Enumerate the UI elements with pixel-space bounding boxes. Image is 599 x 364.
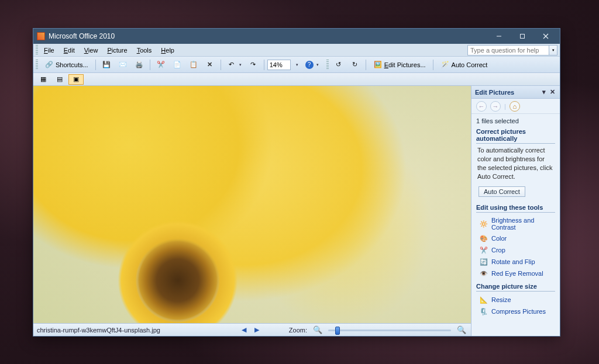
zoom-label: Zoom:	[289, 327, 307, 334]
edit-pictures-button[interactable]: 🖼️ Edit Pictures...	[369, 58, 430, 71]
task-pane-back-button[interactable]: ←	[476, 101, 487, 112]
menu-view[interactable]: View	[80, 46, 103, 55]
auto-correct-icon: 🪄	[440, 60, 450, 70]
compress-icon: 🗜️	[480, 307, 488, 316]
copy-icon: 📄	[173, 60, 182, 70]
forward-arrow-icon: →	[493, 103, 499, 110]
menubar: File Edit View Picture Tools Help ▾	[33, 44, 560, 57]
picture-canvas[interactable]	[33, 86, 471, 323]
minimize-button[interactable]	[487, 30, 511, 43]
task-pane-menu-button[interactable]: ▾	[540, 88, 548, 96]
zoom-input[interactable]	[267, 60, 291, 70]
statusbar: christina-rumpf-w3kemwQftJ4-unsplash.jpg…	[33, 323, 471, 336]
toolbar-handle-1[interactable]	[36, 60, 38, 70]
tool-brightness-contrast[interactable]: 🔆Brightness and Contrast	[476, 215, 555, 233]
menu-tools[interactable]: Tools	[132, 46, 157, 55]
home-icon: ⌂	[513, 103, 517, 110]
app-icon	[37, 32, 45, 40]
crop-icon: ✂️	[480, 246, 488, 254]
shortcuts-button[interactable]: 🔗 Shortcuts...	[40, 58, 92, 71]
cut-button[interactable]: ✂️	[153, 58, 168, 71]
copy-button[interactable]: 📄	[170, 58, 185, 71]
zoom-slider[interactable]	[328, 326, 451, 334]
tool-compress[interactable]: 🗜️Compress Pictures	[476, 306, 555, 317]
section-auto-correct: Correct pictures automatically	[476, 128, 555, 144]
task-pane-header: Edit Pictures ▾ ✕	[471, 86, 560, 99]
filmstrip-view-button[interactable]: ▤	[52, 74, 67, 85]
help-search-input[interactable]	[467, 45, 549, 56]
toolbar: 🔗 Shortcuts... 💾 ✉️ 🖨️ ✂️ 📄 📋 ✕ ↶▾ ↷ ▾ ?…	[33, 57, 560, 73]
filmstrip-icon: ▤	[55, 75, 64, 84]
auto-correct-pane-button[interactable]: Auto Correct	[478, 186, 525, 197]
help-dropdown-button[interactable]: ▾	[549, 45, 557, 56]
chevron-down-icon: ▾	[296, 63, 298, 67]
task-pane: Edit Pictures ▾ ✕ ← → | ⌂ 1 files select…	[471, 86, 560, 336]
chevron-down-icon: ▾	[239, 63, 242, 67]
thumbnail-icon: ▦	[39, 75, 48, 84]
save-icon: 💾	[102, 60, 111, 70]
help-button[interactable]: ?▾	[302, 58, 322, 71]
single-view-button[interactable]: ▣	[68, 74, 84, 85]
brightness-icon: 🔆	[480, 220, 488, 228]
task-pane-title: Edit Pictures	[475, 89, 540, 96]
tool-red-eye[interactable]: 👁️Red Eye Removal	[476, 268, 555, 279]
auto-correct-button[interactable]: 🪄 Auto Correct	[436, 58, 492, 71]
menu-picture[interactable]: Picture	[102, 46, 132, 55]
paste-button[interactable]: 📋	[186, 58, 201, 71]
menubar-handle[interactable]	[36, 45, 38, 56]
edit-pictures-icon: 🖼️	[373, 60, 383, 70]
undo-icon: ↶	[227, 60, 236, 70]
zoom-dropdown[interactable]: ▾	[292, 58, 301, 71]
menu-help[interactable]: Help	[156, 46, 179, 55]
selection-status: 1 files selected	[476, 117, 555, 124]
zoom-out-button[interactable]: 🔍	[312, 325, 323, 334]
next-picture-button[interactable]: ▶	[253, 326, 261, 334]
zoom-in-button[interactable]: 🔍	[456, 325, 467, 334]
main-area: christina-rumpf-w3kemwQftJ4-unsplash.jpg…	[33, 86, 560, 336]
undo-button[interactable]: ↶▾	[224, 58, 245, 71]
rotate-icon: 🔄	[480, 258, 488, 266]
save-button[interactable]: 💾	[99, 58, 114, 71]
task-pane-forward-button[interactable]: →	[490, 101, 501, 112]
section-change-size: Change picture size	[476, 283, 555, 292]
task-pane-home-button[interactable]: ⌂	[510, 101, 520, 112]
chevron-down-icon: ▾	[316, 63, 319, 67]
chevron-down-icon: ▾	[552, 48, 555, 53]
help-icon: ?	[305, 61, 314, 69]
cut-icon: ✂️	[156, 60, 166, 70]
resize-icon: 📐	[480, 296, 488, 304]
print-button[interactable]: 🖨️	[132, 58, 147, 71]
app-window: Microsoft Office 2010 File Edit View Pic…	[33, 28, 560, 337]
toolbar-handle-2[interactable]	[326, 60, 329, 70]
task-pane-close-button[interactable]: ✕	[548, 88, 556, 96]
filename-label: christina-rumpf-w3kemwQftJ4-unsplash.jpg	[37, 327, 160, 334]
mail-button[interactable]: ✉️	[115, 58, 130, 71]
rotate-right-button[interactable]: ↻	[347, 58, 363, 71]
thumbnail-view-button[interactable]: ▦	[36, 74, 51, 85]
tool-crop[interactable]: ✂️Crop	[476, 244, 555, 256]
shortcuts-icon: 🔗	[44, 60, 54, 70]
svg-rect-1	[521, 34, 525, 39]
picture-content	[33, 86, 471, 323]
prev-picture-button[interactable]: ◀	[240, 326, 248, 334]
rotate-left-icon: ↺	[334, 60, 343, 70]
tool-resize[interactable]: 📐Resize	[476, 294, 555, 306]
task-pane-body: 1 files selected Correct pictures automa…	[471, 114, 560, 336]
menu-file[interactable]: File	[39, 46, 59, 55]
delete-icon: ✕	[205, 60, 215, 70]
redo-button[interactable]: ↷	[246, 58, 261, 71]
view-toolbar: ▦ ▤ ▣	[33, 73, 560, 86]
window-title: Microsoft Office 2010	[49, 32, 487, 40]
delete-button[interactable]: ✕	[202, 58, 218, 71]
titlebar[interactable]: Microsoft Office 2010	[33, 29, 560, 44]
menu-edit[interactable]: Edit	[59, 46, 80, 55]
tool-color[interactable]: 🎨Color	[476, 233, 555, 244]
single-picture-icon: ▣	[71, 75, 81, 84]
maximize-button[interactable]	[511, 30, 534, 43]
tool-rotate-flip[interactable]: 🔄Rotate and Flip	[476, 256, 555, 268]
zoom-slider-thumb[interactable]	[335, 327, 340, 335]
rotate-left-button[interactable]: ↺	[331, 58, 346, 71]
color-icon: 🎨	[480, 234, 488, 242]
close-button[interactable]	[534, 30, 557, 43]
canvas-area: christina-rumpf-w3kemwQftJ4-unsplash.jpg…	[33, 86, 471, 336]
